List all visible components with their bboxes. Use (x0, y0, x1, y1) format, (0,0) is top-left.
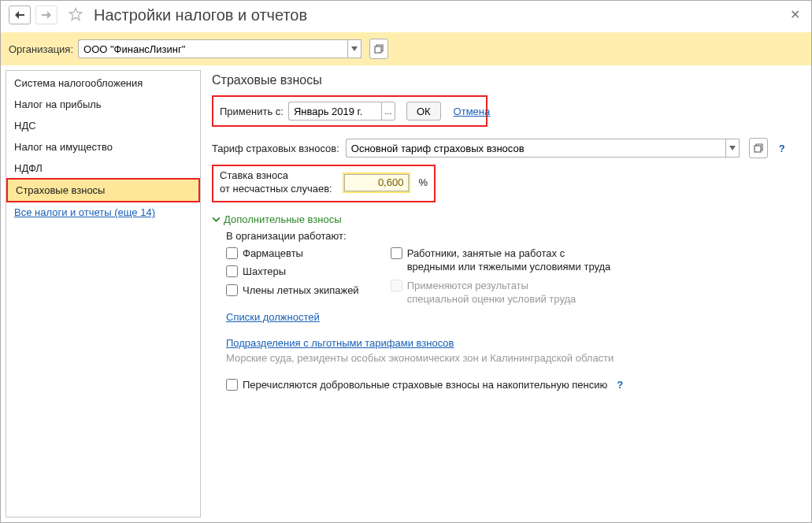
svg-rect-2 (755, 146, 761, 152)
extra-contributions-expander[interactable]: Дополнительные взносы (212, 213, 806, 225)
sidebar-item-insurance[interactable]: Страховые взносы (6, 178, 200, 202)
positions-list-link[interactable]: Списки должностей (226, 311, 320, 323)
titlebar: Настройки налогов и отчетов ✕ (1, 1, 811, 32)
sidebar-item-profit-tax[interactable]: Налог на прибыль (6, 94, 200, 115)
extra-contributions-label: Дополнительные взносы (224, 213, 342, 225)
favorite-icon[interactable] (69, 7, 83, 24)
checkbox-pharmacists-input[interactable] (226, 247, 238, 259)
organization-input[interactable] (78, 39, 347, 58)
hazardous-l2: вредными или тяжелыми условиями труда (407, 261, 611, 273)
apply-date-more-button[interactable]: ... (381, 102, 395, 121)
sidebar-item-ndfl[interactable]: НДФЛ (6, 158, 200, 179)
tariff-input[interactable] (346, 139, 725, 158)
organization-dropdown-button[interactable] (347, 39, 362, 58)
organization-open-button[interactable] (369, 39, 388, 59)
chevron-down-icon (351, 46, 358, 51)
tariff-open-button[interactable] (749, 138, 768, 158)
special-l1: Применяются результаты (407, 280, 528, 291)
accident-rate-label: Ставка взноса от несчастных случаев: (220, 169, 338, 196)
main-panel: Страховые взносы Применить с: ... ОК Отм… (201, 70, 806, 517)
hazardous-l1: Работники, занятые на работах с (407, 247, 565, 259)
voluntary-label: Перечисляются добровольные страховые взн… (243, 378, 607, 392)
accident-rate-label-l1: Ставка взноса (220, 169, 288, 181)
chevron-down-icon (212, 215, 221, 224)
sidebar-item-nds[interactable]: НДС (6, 115, 200, 136)
section-heading: Страховые взносы (212, 73, 806, 87)
cancel-link[interactable]: Отмена (454, 106, 491, 117)
extra-contributions-block: В организации работают: Фармацевты Шахте… (226, 230, 806, 392)
checkbox-miners-label: Шахтеры (243, 265, 286, 279)
checkbox-column-left: Фармацевты Шахтеры Члены летных экипажей (226, 247, 359, 306)
body: Система налогообложения Налог на прибыль… (1, 65, 811, 522)
checkbox-hazardous-workers-input[interactable] (391, 247, 402, 259)
window: Настройки налогов и отчетов ✕ Организаци… (0, 0, 812, 523)
ok-button[interactable]: ОК (406, 102, 441, 121)
open-in-dialog-icon (374, 44, 384, 54)
organization-label: Организация: (9, 43, 73, 55)
svg-marker-0 (70, 8, 82, 20)
checkbox-special-assessment: Применяются результаты специальной оценк… (391, 279, 611, 306)
tariff-row: Тариф страховых взносов: ? (212, 138, 806, 158)
tariff-combo[interactable] (346, 139, 740, 158)
tariff-help-icon[interactable]: ? (779, 143, 785, 154)
sidebar-all-taxes-link[interactable]: Все налоги и отчеты (еще 14) (6, 202, 200, 223)
voluntary-help-icon[interactable]: ? (617, 378, 623, 392)
arrow-left-icon (15, 11, 24, 19)
svg-rect-1 (375, 46, 381, 53)
checkbox-column-right: Работники, занятые на работах с вредными… (391, 247, 611, 306)
voluntary-row: Перечисляются добровольные страховые взн… (226, 378, 806, 392)
privileged-units-note: Морские суда, резиденты особых экономиче… (226, 352, 806, 364)
checkbox-special-assessment-input (391, 280, 402, 291)
checkbox-flight-crew-input[interactable] (226, 284, 238, 296)
checkbox-hazardous-workers[interactable]: Работники, занятые на работах с вредными… (391, 247, 611, 274)
arrow-right-icon (42, 11, 51, 19)
sidebar-item-tax-system[interactable]: Система налогообложения (6, 72, 200, 94)
apply-date-field[interactable]: ... (288, 102, 395, 121)
tariff-dropdown-button[interactable] (725, 139, 740, 158)
checkbox-flight-crew[interactable]: Члены летных экипажей (226, 284, 359, 298)
special-l2: специальной оценки условий труда (407, 293, 577, 305)
chevron-down-icon (729, 146, 736, 150)
apply-from-row: Применить с: ... ОК Отмена (212, 95, 488, 127)
checkbox-columns: Фармацевты Шахтеры Члены летных экипажей (226, 247, 806, 306)
voluntary-checkbox[interactable] (226, 379, 238, 391)
privileged-units-link[interactable]: Подразделения с льготными тарифами взнос… (226, 337, 454, 349)
open-in-dialog-icon (754, 143, 763, 153)
checkbox-pharmacists[interactable]: Фармацевты (226, 247, 359, 261)
forward-button[interactable] (35, 6, 57, 24)
accident-rate-block: Ставка взноса от несчастных случаев: % (212, 165, 436, 202)
sidebar-item-property-tax[interactable]: Налог на имущество (6, 136, 200, 158)
org-employs-label: В организации работают: (226, 230, 806, 242)
apply-from-label: Применить с: (220, 106, 284, 117)
checkbox-miners[interactable]: Шахтеры (226, 265, 359, 279)
close-button[interactable]: ✕ (790, 9, 800, 21)
window-title: Настройки налогов и отчетов (94, 6, 307, 24)
back-button[interactable] (9, 6, 31, 24)
accident-rate-input[interactable] (344, 174, 409, 191)
tariff-label: Тариф страховых взносов: (212, 143, 339, 154)
accident-rate-label-l2: от несчастных случаев: (220, 183, 332, 195)
percent-sign: % (418, 176, 428, 188)
sidebar: Система налогообложения Налог на прибыль… (6, 70, 201, 517)
checkbox-pharmacists-label: Фармацевты (243, 247, 303, 261)
apply-date-input[interactable] (288, 102, 381, 121)
checkbox-flight-crew-label: Члены летных экипажей (243, 284, 359, 298)
organization-bar: Организация: (1, 32, 811, 65)
checkbox-miners-input[interactable] (226, 265, 238, 277)
organization-combo[interactable] (78, 39, 362, 58)
